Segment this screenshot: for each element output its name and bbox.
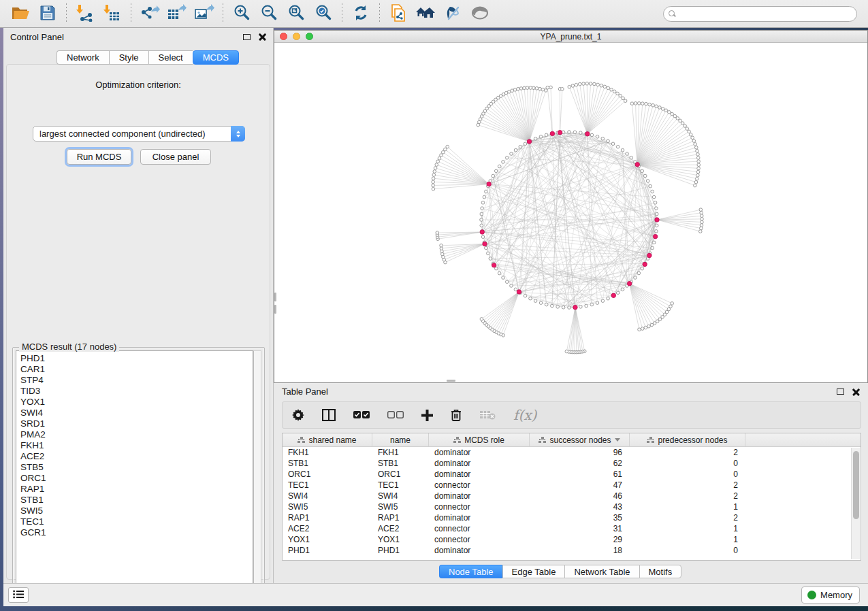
mcds-result-item[interactable]: STB1 <box>20 495 253 506</box>
network-node[interactable] <box>622 97 625 100</box>
mcds-hub-node[interactable] <box>480 230 484 234</box>
search-input[interactable] <box>676 7 856 20</box>
select-all-columns-icon[interactable] <box>353 411 370 419</box>
network-node[interactable] <box>651 246 654 250</box>
network-node[interactable] <box>440 154 443 157</box>
network-node[interactable] <box>601 137 605 141</box>
network-node[interactable] <box>510 152 513 156</box>
network-node[interactable] <box>641 169 644 173</box>
network-node[interactable] <box>517 87 520 90</box>
mcds-result-item[interactable]: STP4 <box>20 375 253 386</box>
network-node[interactable] <box>432 180 435 184</box>
network-node[interactable] <box>669 305 673 308</box>
network-node[interactable] <box>545 303 548 306</box>
add-column-icon[interactable] <box>421 410 433 421</box>
network-node[interactable] <box>658 106 662 110</box>
mcds-hub-node[interactable] <box>653 234 657 238</box>
refresh-button[interactable] <box>349 2 373 25</box>
delete-table-icon[interactable] <box>479 410 496 420</box>
mcds-hub-node[interactable] <box>647 253 652 257</box>
network-node[interactable] <box>655 224 658 227</box>
node-table[interactable]: shared namenameMCDS rolesuccessor nodesp… <box>282 433 861 561</box>
network-node[interactable] <box>654 201 657 205</box>
network-node[interactable] <box>630 102 634 105</box>
home-button[interactable] <box>413 2 438 25</box>
open-file-button[interactable] <box>8 2 33 25</box>
network-node[interactable] <box>579 131 583 135</box>
clone-network-button[interactable] <box>386 2 411 25</box>
network-node[interactable] <box>529 86 532 90</box>
network-node[interactable] <box>603 85 607 88</box>
mcds-hub-node[interactable] <box>643 262 647 266</box>
network-node[interactable] <box>539 87 542 90</box>
network-node[interactable] <box>697 167 701 170</box>
import-table-button[interactable] <box>100 2 125 25</box>
network-node[interactable] <box>607 297 610 300</box>
network-node[interactable] <box>700 211 703 214</box>
network-node[interactable] <box>641 327 644 331</box>
network-node[interactable] <box>619 94 622 97</box>
tab-node-table[interactable]: Node Table <box>439 565 502 578</box>
network-node[interactable] <box>502 276 505 280</box>
network-node[interactable] <box>480 318 483 321</box>
network-node[interactable] <box>561 87 564 90</box>
network-node[interactable] <box>610 88 613 91</box>
network-node[interactable] <box>700 224 703 227</box>
network-node[interactable] <box>697 163 701 167</box>
network-node[interactable] <box>600 84 603 87</box>
network-node[interactable] <box>655 230 658 233</box>
import-network-button[interactable] <box>73 2 97 25</box>
mcds-result-item[interactable]: TEC1 <box>20 516 253 527</box>
network-node[interactable] <box>673 114 677 118</box>
network-node[interactable] <box>545 133 548 137</box>
network-node[interactable] <box>667 110 671 114</box>
show-hide-details-button[interactable] <box>440 2 465 25</box>
network-node[interactable] <box>514 148 517 152</box>
mcds-hub-node[interactable] <box>635 163 639 167</box>
network-node[interactable] <box>498 165 501 168</box>
network-node[interactable] <box>519 145 522 148</box>
network-node[interactable] <box>441 150 445 154</box>
network-node[interactable] <box>694 180 698 184</box>
network-node[interactable] <box>551 304 554 308</box>
network-node[interactable] <box>688 130 691 133</box>
network-node[interactable] <box>601 299 605 303</box>
network-node[interactable] <box>621 288 624 291</box>
network-node[interactable] <box>671 302 674 306</box>
network-node[interactable] <box>607 139 610 143</box>
network-node[interactable] <box>637 271 641 275</box>
network-node[interactable] <box>532 86 536 90</box>
network-node[interactable] <box>539 301 543 305</box>
mcds-result-item[interactable]: ACE2 <box>20 451 253 462</box>
network-node[interactable] <box>446 145 449 148</box>
network-node[interactable] <box>480 224 483 227</box>
tab-style[interactable]: Style <box>109 50 148 65</box>
network-node[interactable] <box>653 322 656 325</box>
network-node[interactable] <box>505 156 509 159</box>
mcds-hub-node[interactable] <box>483 242 487 246</box>
mcds-hub-node[interactable] <box>627 282 631 286</box>
network-node[interactable] <box>526 86 529 90</box>
network-node[interactable] <box>575 83 578 86</box>
network-window-titlebar[interactable]: YPA_prune.txt_1 <box>274 31 867 43</box>
network-node[interactable] <box>514 288 517 291</box>
network-node[interactable] <box>696 174 700 177</box>
table-row[interactable]: FKH1FKH1dominator962 <box>283 447 861 458</box>
network-node[interactable] <box>562 306 565 309</box>
network-node[interactable] <box>596 83 600 86</box>
network-node[interactable] <box>480 212 483 216</box>
network-node[interactable] <box>701 218 704 221</box>
network-node[interactable] <box>692 139 696 143</box>
network-node[interactable] <box>650 323 654 327</box>
mcds-result-item[interactable]: SRD1 <box>20 418 253 429</box>
column-header-successor-nodes[interactable]: successor nodes <box>530 433 630 446</box>
network-node[interactable] <box>485 190 488 193</box>
network-node[interactable] <box>568 306 571 310</box>
tab-motifs[interactable]: Motifs <box>639 565 682 578</box>
export-table-button[interactable] <box>165 2 189 25</box>
float-panel-icon[interactable] <box>243 34 251 40</box>
mcds-hub-node[interactable] <box>492 263 496 267</box>
network-node[interactable] <box>579 306 583 309</box>
mcds-result-item[interactable]: GCR1 <box>20 527 253 538</box>
network-node[interactable] <box>613 90 616 93</box>
